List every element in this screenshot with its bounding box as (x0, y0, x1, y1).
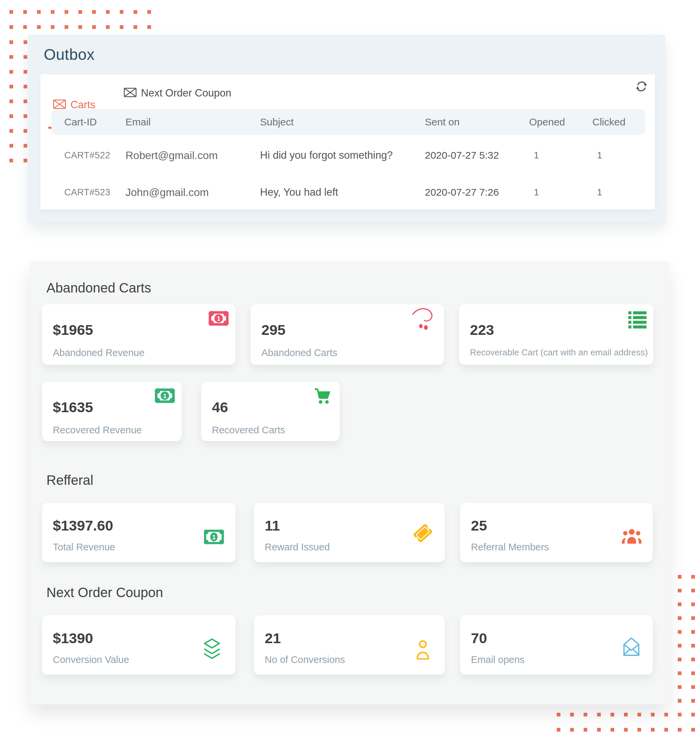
col-email: Email (125, 116, 260, 128)
tab-next-order-coupon-label: Next Order Coupon (141, 87, 231, 99)
cell-subject: Hi did you forgot something? (260, 149, 425, 161)
outbox-title: Outbox (44, 45, 94, 63)
stat-value: 25 (471, 517, 487, 534)
stat-label: Abandoned Revenue (53, 347, 145, 358)
stat-card-abandoned-revenue: $1965 Abandoned Revenue 1 (42, 304, 235, 365)
table-row[interactable]: CART#522 Robert@gmail.com Hi did you for… (51, 137, 645, 174)
stat-label: Abandoned Carts (261, 347, 337, 358)
stat-value: 223 (470, 322, 494, 338)
svg-text:1: 1 (212, 534, 216, 541)
cell-sent-on: 2020-07-27 5:32 (425, 150, 529, 161)
col-cart-id: Cart-ID (64, 116, 125, 128)
svg-text:1: 1 (217, 315, 220, 322)
section-title-referral: Refferal (46, 473, 93, 488)
tab-next-order-coupon[interactable]: Next Order Coupon (124, 87, 231, 99)
layers-icon (203, 638, 221, 660)
stat-value: 11 (265, 517, 280, 534)
list-icon (628, 311, 647, 329)
cell-sent-on: 2020-07-27 7:26 (425, 186, 529, 198)
cell-email: John@gmail.com (125, 186, 260, 199)
stat-label: Reward Issued (265, 541, 329, 553)
col-subject: Subject (260, 116, 425, 128)
stat-value: $1390 (53, 630, 93, 647)
stat-label: Recovered Revenue (53, 425, 142, 436)
stat-card-recoverable-cart: 223 Recoverable Cart (cart with an email… (459, 304, 653, 365)
cart-icon (313, 387, 331, 405)
person-icon (416, 640, 430, 660)
stat-label: Conversion Value (53, 654, 129, 665)
cell-clicked: 1 (593, 150, 645, 161)
section-title-abandoned-carts: Abandoned Carts (46, 280, 151, 295)
col-opened: Opened (529, 116, 593, 128)
cart-doodle-icon (412, 307, 438, 332)
col-clicked: Clicked (593, 116, 645, 128)
people-icon (622, 528, 642, 544)
envelope-icon (124, 88, 137, 98)
stat-card-reward-issued: 11 Reward Issued (254, 503, 445, 562)
stat-label: Total Revenue (53, 541, 115, 553)
cell-opened: 1 (529, 187, 593, 198)
stat-value: 46 (212, 399, 228, 415)
envelope-icon (53, 100, 66, 110)
stat-label: Recovered Carts (212, 425, 285, 436)
banknote-green-icon: 1 (204, 530, 224, 544)
table-body: CART#522 Robert@gmail.com Hi did you for… (51, 137, 645, 211)
refresh-icon[interactable] (635, 80, 648, 93)
stat-card-referral-members: 25 Referral Members (460, 503, 653, 562)
banknote-red-icon: 1 (209, 311, 229, 326)
cell-clicked: 1 (593, 187, 645, 198)
stat-label: Email opens (471, 654, 525, 665)
outbox-panel: Outbox Carts N (28, 35, 665, 222)
svg-text:1: 1 (163, 393, 166, 399)
stat-value: 295 (261, 322, 285, 338)
stat-card-abandoned-carts: 295 Abandoned Carts (251, 304, 444, 365)
stat-value: $1397.60 (53, 517, 113, 534)
cell-email: Robert@gmail.com (125, 149, 260, 162)
stat-label: No of Conversions (265, 654, 345, 665)
stat-card-no-of-conversions: 21 No of Conversions (254, 615, 445, 675)
stat-value: $1635 (53, 399, 93, 415)
stat-card-conversion-value: $1390 Conversion Value (42, 615, 235, 675)
stat-card-recovered-carts: 46 Recovered Carts (201, 382, 340, 441)
stat-card-recovered-revenue: $1635 Recovered Revenue 1 (42, 382, 182, 441)
cell-cart-id: CART#523 (64, 187, 125, 198)
stats-panel: Abandoned Carts $1965 Abandoned Revenue … (29, 261, 668, 704)
stat-value: 70 (471, 630, 487, 647)
stat-label: Referral Members (471, 541, 549, 553)
ticket-icon (413, 524, 433, 543)
mail-open-icon (622, 636, 640, 657)
table-header: Cart-ID Email Subject Sent on Opened Cli… (51, 109, 645, 135)
stat-label: Recoverable Cart (cart with an email add… (470, 347, 648, 358)
col-sent-on: Sent on (425, 116, 529, 128)
stat-card-total-revenue: $1397.60 Total Revenue 1 (42, 503, 235, 562)
banknote-green-icon: 1 (155, 388, 175, 403)
cell-cart-id: CART#522 (64, 150, 125, 161)
section-title-next-order-coupon: Next Order Coupon (46, 585, 163, 600)
stat-value: 21 (265, 630, 281, 647)
stat-card-email-opens: 70 Email opens (460, 615, 653, 675)
cell-subject: Hey, You had left (260, 186, 425, 198)
cell-opened: 1 (529, 150, 593, 161)
stat-value: $1965 (53, 322, 93, 338)
outbox-card: Carts Next Order Coupon (40, 74, 655, 210)
table-row[interactable]: CART#523 John@gmail.com Hey, You had lef… (51, 174, 645, 211)
